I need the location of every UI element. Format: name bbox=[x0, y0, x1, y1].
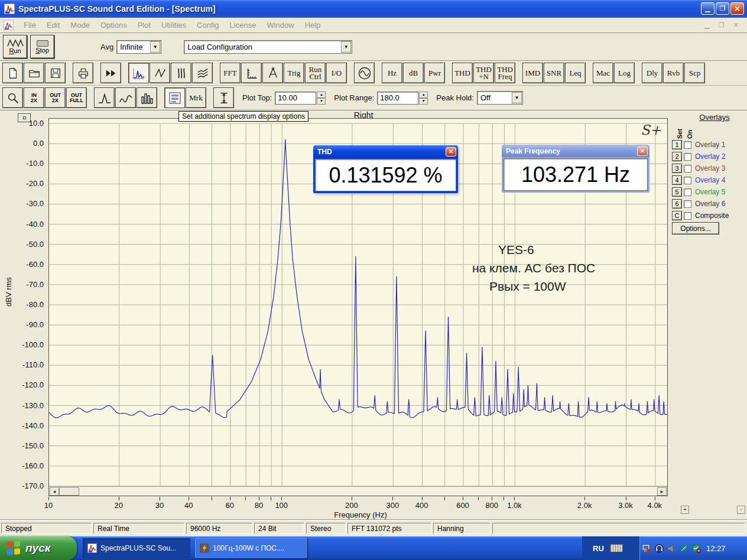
overlay-set-button-C[interactable]: C bbox=[672, 211, 682, 220]
snr-button[interactable]: SNR bbox=[544, 63, 564, 83]
save-button[interactable] bbox=[45, 63, 66, 83]
close-icon[interactable]: ✕ bbox=[637, 146, 648, 156]
chevron-down-icon[interactable]: ▼ bbox=[150, 41, 160, 53]
print-button[interactable] bbox=[73, 63, 93, 83]
octave-plot-button[interactable] bbox=[115, 87, 136, 108]
menu-file[interactable]: File bbox=[18, 21, 41, 30]
menu-license[interactable]: License bbox=[225, 21, 262, 30]
close-icon[interactable]: ✕ bbox=[446, 147, 456, 157]
marker-button[interactable]: Mrk bbox=[186, 87, 206, 108]
monitor-chart-icon[interactable] bbox=[691, 543, 701, 554]
power-units-button[interactable]: Pwr bbox=[424, 63, 445, 83]
menu-help[interactable]: Help bbox=[300, 21, 326, 30]
zoom-in-2x-button[interactable]: IN 2X bbox=[24, 87, 44, 108]
minimize-button[interactable]: ▁ bbox=[701, 2, 714, 15]
bar-plot-button[interactable] bbox=[137, 87, 157, 108]
plot-horizontal-scrollbar[interactable]: ◄ ► bbox=[49, 486, 667, 496]
fft-settings-button[interactable]: FFT bbox=[220, 63, 241, 83]
overlay-on-checkbox-C[interactable] bbox=[684, 212, 691, 220]
overlay-set-button-2[interactable]: 2 bbox=[672, 152, 682, 161]
plot-top-spinner[interactable]: ▲▼ bbox=[317, 92, 326, 105]
scope-button[interactable]: Scp bbox=[684, 63, 705, 83]
display-options-button[interactable] bbox=[164, 87, 185, 108]
scaling-button[interactable] bbox=[241, 63, 262, 83]
hz-units-button[interactable]: Hz bbox=[382, 63, 402, 83]
overlay-set-button-6[interactable]: 6 bbox=[672, 199, 682, 209]
chevron-down-icon[interactable]: ▼ bbox=[341, 41, 351, 53]
restore-button[interactable]: ❐ bbox=[716, 2, 729, 15]
menu-plot[interactable]: Plot bbox=[132, 21, 156, 30]
narrowband-plot-button[interactable] bbox=[94, 87, 115, 108]
start-button[interactable]: пуск bbox=[0, 536, 77, 560]
zoom-icon[interactable] bbox=[2, 87, 23, 108]
thd-freq-button[interactable]: THD Freq bbox=[495, 63, 515, 83]
overlay-set-button-3[interactable]: 3 bbox=[672, 164, 682, 173]
avg-combo[interactable]: Infinite ▼ bbox=[116, 40, 161, 54]
menu-window[interactable]: Window bbox=[261, 21, 299, 30]
chevron-down-icon[interactable]: ▼ bbox=[512, 92, 522, 103]
spectrogram-view-button[interactable] bbox=[171, 63, 191, 83]
overlay-set-button-4[interactable]: 4 bbox=[672, 175, 682, 185]
close-button[interactable]: ✕ bbox=[730, 2, 744, 15]
menu-utilities[interactable]: Utilities bbox=[156, 21, 191, 30]
thd-window[interactable]: THD ✕ 0.131592 % bbox=[313, 145, 458, 193]
menu-mode[interactable]: Mode bbox=[65, 21, 95, 30]
open-file-button[interactable] bbox=[24, 63, 44, 83]
thd-window-titlebar[interactable]: THD ✕ bbox=[313, 145, 458, 158]
scroll-right-arrow[interactable]: ► bbox=[657, 487, 667, 496]
io-device-button[interactable]: I/O bbox=[326, 63, 347, 83]
scrollbar-thumb[interactable] bbox=[59, 487, 79, 496]
delay-button[interactable]: Dly bbox=[642, 63, 662, 83]
menu-config[interactable]: Config bbox=[191, 21, 225, 30]
overlay-on-checkbox-3[interactable] bbox=[684, 165, 691, 172]
reverb-button[interactable]: Rvb bbox=[663, 63, 684, 83]
volume-icon[interactable] bbox=[667, 543, 677, 554]
thd-button[interactable]: THD bbox=[452, 63, 473, 83]
trigger-button[interactable]: Trig bbox=[284, 63, 304, 83]
scroll-left-arrow[interactable]: ◄ bbox=[50, 487, 59, 496]
calibration-button[interactable] bbox=[262, 63, 283, 83]
leq-button[interactable]: Leq bbox=[565, 63, 586, 83]
taskbar-item-spectraplus[interactable]: SpectraPLUS-SC Sou... bbox=[83, 538, 190, 558]
overlay-on-checkbox-4[interactable] bbox=[684, 177, 691, 184]
db-units-button[interactable]: dB bbox=[403, 63, 424, 83]
run-button[interactable]: Run bbox=[3, 35, 27, 58]
peak-hold-combo[interactable]: Off ▼ bbox=[477, 91, 523, 105]
taskbar-item-player[interactable]: 100Гц-100W с ПОС.... bbox=[195, 538, 307, 558]
green-utility-icon[interactable] bbox=[679, 543, 689, 554]
offline-monitor-icon[interactable] bbox=[642, 543, 652, 554]
overlay-on-checkbox-6[interactable] bbox=[684, 200, 691, 208]
thd-n-button[interactable]: THD +N bbox=[473, 63, 494, 83]
plot-range-input[interactable]: 180.0 bbox=[377, 92, 418, 105]
spectrum-view-button[interactable] bbox=[128, 63, 149, 83]
macro-button[interactable]: Mac bbox=[593, 63, 613, 83]
run-control-button[interactable]: Run Ctrl bbox=[305, 63, 326, 83]
zoom-out-full-button[interactable]: OUT FULL bbox=[66, 87, 87, 108]
stop-button[interactable]: Stop bbox=[30, 35, 54, 58]
new-file-button[interactable] bbox=[2, 63, 23, 83]
overlay-on-checkbox-2[interactable] bbox=[684, 153, 691, 161]
mdi-window-buttons[interactable]: ▁ ❐ ✕ bbox=[704, 21, 742, 29]
logging-button[interactable]: Log bbox=[614, 63, 635, 83]
peak-frequency-window[interactable]: Peak Frequency ✕ 103.271 Hz bbox=[502, 145, 649, 193]
overlays-options-button[interactable]: Options... bbox=[672, 222, 719, 235]
surface-view-button[interactable] bbox=[192, 63, 213, 83]
overlay-on-checkbox-5[interactable] bbox=[684, 188, 691, 196]
plot-range-spinner[interactable]: ▲▼ bbox=[419, 92, 428, 105]
language-indicator[interactable]: RU bbox=[582, 536, 639, 560]
menu-edit[interactable]: Edit bbox=[41, 21, 65, 30]
plot-top-input[interactable]: 10.00 bbox=[275, 92, 316, 105]
headset-icon[interactable] bbox=[654, 543, 664, 554]
peak-frequency-titlebar[interactable]: Peak Frequency ✕ bbox=[502, 145, 649, 157]
signal-generator-button[interactable] bbox=[354, 63, 375, 83]
zoom-out-2x-button[interactable]: OUT 2X bbox=[45, 87, 66, 108]
imd-button[interactable]: IMD bbox=[522, 63, 543, 83]
menu-options[interactable]: Options bbox=[95, 21, 132, 30]
overlay-set-button-1[interactable]: 1 bbox=[672, 140, 682, 149]
overlays-header[interactable]: Overlays bbox=[685, 113, 744, 122]
load-configuration-combo[interactable]: Load Configuration ▼ bbox=[184, 40, 352, 54]
fast-forward-icon[interactable] bbox=[100, 63, 121, 83]
scale-marker-icon[interactable] bbox=[213, 87, 234, 108]
overlay-on-checkbox-1[interactable] bbox=[684, 141, 691, 149]
overlay-set-button-5[interactable]: 5 bbox=[672, 187, 682, 197]
